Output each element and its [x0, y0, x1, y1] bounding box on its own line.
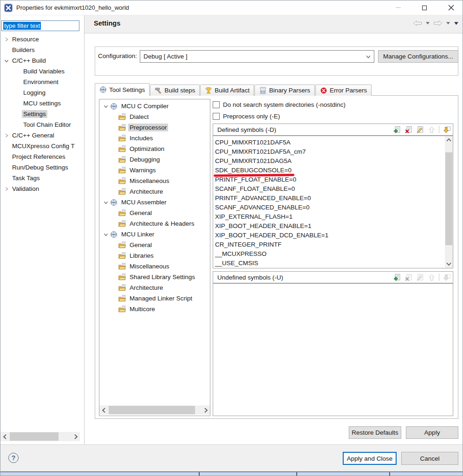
- delete-symbol-button[interactable]: [404, 273, 412, 281]
- tool-tree-item-miscellaneous[interactable]: Miscellaneous: [99, 261, 210, 272]
- sidebar-horizontal-scrollbar[interactable]: [0, 432, 80, 441]
- defined-symbol-item[interactable]: __USE_CMSIS: [214, 259, 444, 268]
- maximize-button[interactable]: [414, 0, 435, 15]
- sidebar-item-environment[interactable]: Environment: [0, 77, 84, 87]
- move-up-button[interactable]: [427, 273, 436, 281]
- scroll-thumb[interactable]: [109, 406, 195, 414]
- edit-symbol-button[interactable]: [416, 125, 424, 134]
- sidebar-item-settings[interactable]: Settings: [0, 109, 84, 119]
- tool-tree-item-warnings[interactable]: Warnings: [99, 165, 210, 176]
- sidebar-item-builders[interactable]: Builders: [0, 45, 84, 55]
- tool-tree-item-general[interactable]: General: [99, 208, 210, 218]
- defined-symbols-list[interactable]: CPU_MIMXRT1021DAF5ACPU_MIMXRT1021DAF5A_c…: [213, 136, 453, 268]
- tab-binary-parsers[interactable]: 010Binary Parsers: [254, 85, 315, 96]
- help-button[interactable]: ?: [8, 453, 19, 463]
- defined-symbol-item[interactable]: XIP_BOOT_HEADER_DCD_ENABLE=1: [214, 231, 444, 240]
- scroll-down-icon[interactable]: [445, 260, 453, 268]
- preprocess-only-checkbox[interactable]: [213, 113, 220, 120]
- sidebar-item-task-tags[interactable]: Task Tags: [0, 173, 84, 183]
- add-symbol-button[interactable]: [392, 273, 401, 281]
- sidebar-item-project-references[interactable]: Project References: [0, 151, 84, 162]
- defined-symbol-item[interactable]: SCANF_ADVANCED_ENABLE=0: [214, 203, 444, 212]
- defined-symbol-item[interactable]: XIP_BOOT_HEADER_ENABLE=1: [214, 222, 444, 231]
- configuration-select[interactable]: Debug [ Active ]: [140, 50, 374, 63]
- back-arrow-button[interactable]: [413, 20, 422, 26]
- sidebar-item-mcu-settings[interactable]: MCU settings: [0, 98, 84, 109]
- defined-symbol-item[interactable]: CPU_MIMXRT1021DAG5A: [214, 156, 444, 166]
- tool-tree-item-libraries[interactable]: Libraries: [99, 250, 210, 261]
- sidebar-item-c-c-general[interactable]: C/C++ General: [0, 130, 84, 141]
- tool-tree-horizontal-scrollbar[interactable]: [99, 405, 210, 415]
- tool-tree-item-architecture[interactable]: Architecture: [99, 282, 210, 293]
- sidebar-item-validation[interactable]: Validation: [0, 183, 84, 194]
- scroll-right-icon[interactable]: [72, 432, 80, 441]
- tab-build-artifact[interactable]: Build Artifact: [200, 85, 254, 96]
- tool-tree-item-managed-linker-script[interactable]: Managed Linker Script: [99, 293, 210, 304]
- scroll-right-icon[interactable]: [202, 405, 210, 415]
- undefined-symbols-list[interactable]: [213, 283, 453, 416]
- close-button[interactable]: [440, 0, 462, 15]
- apply-button[interactable]: Apply: [406, 426, 458, 439]
- edit-symbol-button[interactable]: [416, 273, 424, 281]
- chevron-right-icon[interactable]: [2, 36, 11, 43]
- sidebar-item-build-variables[interactable]: Build Variables: [0, 66, 84, 77]
- view-menu-caret-button[interactable]: [454, 21, 459, 26]
- restore-defaults-button[interactable]: Restore Defaults: [349, 426, 401, 439]
- scroll-track[interactable]: [9, 432, 72, 441]
- move-down-button[interactable]: [443, 125, 451, 134]
- chevron-right-icon[interactable]: [2, 132, 11, 139]
- tool-tree-item-multicore[interactable]: Multicore: [99, 304, 210, 314]
- defined-symbol-item[interactable]: PRINTF_ADVANCED_ENABLE=0: [214, 194, 444, 203]
- sidebar-item-logging[interactable]: Logging: [0, 87, 84, 98]
- chevron-down-icon[interactable]: [102, 103, 110, 110]
- tool-tree-item-preprocessor[interactable]: Preprocessor: [99, 122, 210, 133]
- caret-down-button[interactable]: [446, 21, 450, 25]
- defined-symbol-item[interactable]: XIP_EXTERNAL_FLASH=1: [214, 212, 444, 222]
- tool-tree-item-includes[interactable]: Includes: [99, 133, 210, 143]
- chevron-right-icon[interactable]: [2, 185, 11, 193]
- scroll-left-icon[interactable]: [0, 432, 9, 441]
- move-up-button[interactable]: [427, 125, 436, 134]
- filter-input[interactable]: type filter text: [1, 20, 79, 31]
- forward-arrow-button[interactable]: [433, 20, 443, 26]
- tool-tree-item-miscellaneous[interactable]: Miscellaneous: [99, 176, 210, 186]
- tool-tree-item-debugging[interactable]: Debugging: [99, 154, 210, 165]
- tool-tree-item-mcu-c-compiler[interactable]: MCU C Compiler: [99, 101, 210, 111]
- defined-symbols-scrollbar[interactable]: [445, 136, 453, 268]
- defined-symbol-item[interactable]: PRINTF_FLOAT_ENABLE=0: [214, 175, 444, 184]
- sidebar-item-c-c-build[interactable]: C/C++ Build: [0, 55, 84, 66]
- tab-tool-settings[interactable]: Tool Settings: [95, 83, 150, 96]
- manage-configurations-button[interactable]: Manage Configurations...: [378, 50, 458, 63]
- delete-symbol-button[interactable]: [404, 125, 412, 134]
- tool-tree-item-mcu-assembler[interactable]: MCU Assembler: [99, 197, 210, 208]
- defined-symbol-item[interactable]: CR_INTEGER_PRINTF: [214, 240, 444, 249]
- scroll-thumb[interactable]: [445, 152, 452, 245]
- sidebar-item-resource[interactable]: Resource: [0, 34, 84, 45]
- caret-down-button[interactable]: [425, 21, 430, 25]
- tab-error-parsers[interactable]: Error Parsers: [315, 85, 372, 96]
- scroll-track[interactable]: [108, 405, 202, 415]
- scroll-up-icon[interactable]: [445, 136, 453, 144]
- cancel-button[interactable]: Cancel: [401, 452, 458, 465]
- tool-tree-item-optimization[interactable]: Optimization: [99, 143, 210, 154]
- minimize-button[interactable]: [387, 0, 409, 15]
- tool-tree-item-mcu-linker[interactable]: MCU Linker: [99, 229, 210, 240]
- defined-symbol-item[interactable]: SCANF_FLOAT_ENABLE=0: [214, 184, 444, 194]
- sidebar-item-mcuxpresso-config-t[interactable]: MCUXpresso Config T: [0, 141, 84, 151]
- defined-symbol-item[interactable]: SDK_DEBUGCONSOLE=0: [214, 166, 444, 175]
- tool-tree-item-shared-library-settings[interactable]: Shared Library Settings: [99, 272, 210, 282]
- sidebar-item-tool-chain-editor[interactable]: Tool Chain Editor: [0, 119, 84, 130]
- defined-symbol-item[interactable]: CPU_MIMXRT1021DAF5A_cm7: [214, 147, 444, 156]
- tool-tree-item-general[interactable]: General: [99, 240, 210, 250]
- defined-symbol-item[interactable]: __MCUXPRESSO: [214, 249, 444, 259]
- tool-tree-item-architecture[interactable]: Architecture: [99, 186, 210, 197]
- nostdinc-checkbox[interactable]: [213, 101, 220, 108]
- scroll-left-icon[interactable]: [99, 405, 108, 415]
- scroll-thumb[interactable]: [10, 432, 59, 441]
- tab-build-steps[interactable]: Build steps: [150, 85, 200, 96]
- chevron-down-icon[interactable]: [2, 57, 11, 65]
- chevron-down-icon[interactable]: [102, 199, 110, 206]
- chevron-down-icon[interactable]: [102, 231, 110, 238]
- add-symbol-button[interactable]: [392, 125, 401, 134]
- move-down-button[interactable]: [443, 273, 451, 281]
